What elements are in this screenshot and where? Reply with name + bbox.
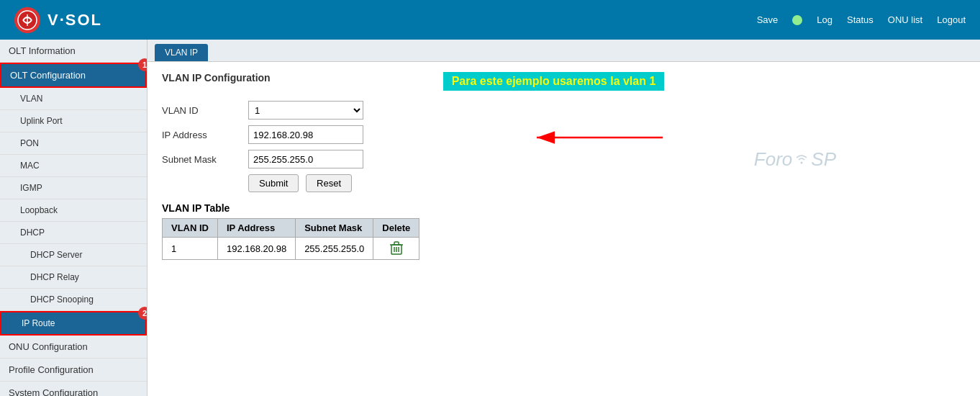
watermark-text-foro: Foro bbox=[754, 148, 792, 171]
sidebar-item-igmp[interactable]: IGMP bbox=[0, 177, 147, 199]
sidebar-item-onu-configuration[interactable]: ONU Configuration bbox=[0, 336, 147, 359]
content-area: VLAN IP VLAN IP Configuration Para este … bbox=[148, 40, 980, 396]
vlan-id-row: VLAN ID 1 bbox=[162, 101, 966, 120]
col-vlan-id: VLAN ID bbox=[163, 219, 218, 238]
table-title: VLAN IP Table bbox=[162, 202, 966, 214]
table-row: 1 192.168.20.98 255.255.255.0 bbox=[163, 238, 419, 260]
ip-address-label: IP Address bbox=[162, 130, 248, 140]
main-layout: OLT Information OLT Configuration 1 VLAN… bbox=[0, 40, 980, 396]
sidebar-item-dhcp-relay[interactable]: DHCP Relay bbox=[0, 266, 147, 289]
cell-vlan-id: 1 bbox=[163, 238, 218, 260]
col-subnet-mask: Subnet Mask bbox=[296, 219, 373, 238]
title-row: VLAN IP Configuration Para este ejemplo … bbox=[162, 72, 966, 92]
log-link[interactable]: Log bbox=[817, 14, 832, 25]
sidebar-item-dhcp[interactable]: DHCP bbox=[0, 222, 147, 244]
delete-icon[interactable] bbox=[382, 241, 410, 256]
annotation-text: Para este ejemplo usaremos la vlan 1 bbox=[443, 72, 665, 91]
sidebar-item-loopback[interactable]: Loopback bbox=[0, 199, 147, 222]
sidebar-item-olt-information[interactable]: OLT Information bbox=[0, 40, 147, 63]
subnet-mask-row: Subnet Mask bbox=[162, 150, 966, 168]
vlan-id-select[interactable]: 1 bbox=[248, 101, 363, 120]
sidebar-item-dhcp-snooping[interactable]: DHCP Snooping bbox=[0, 289, 147, 311]
header: V·SOL Save Log Status ONU list Logout bbox=[0, 0, 980, 40]
sidebar-item-system-configuration[interactable]: System Configuration bbox=[0, 382, 147, 396]
watermark-text-isp: SP bbox=[811, 148, 836, 171]
reset-button[interactable]: Reset bbox=[306, 174, 352, 192]
subnet-mask-input[interactable] bbox=[248, 150, 363, 168]
svg-point-9 bbox=[801, 161, 803, 163]
sidebar-item-pon[interactable]: PON bbox=[0, 132, 147, 155]
col-delete: Delete bbox=[373, 219, 419, 238]
cell-delete[interactable] bbox=[373, 238, 419, 260]
vlan-id-label: VLAN ID bbox=[162, 105, 248, 116]
sidebar-item-ip-route[interactable]: IP Route 2 bbox=[0, 311, 147, 336]
status-link[interactable]: Status bbox=[847, 14, 874, 25]
header-right: Save Log Status ONU list Logout bbox=[757, 14, 966, 25]
section-title: VLAN IP Configuration bbox=[162, 72, 271, 84]
arrow-decoration bbox=[533, 127, 677, 150]
sidebar-item-profile-configuration[interactable]: Profile Configuration bbox=[0, 359, 147, 382]
logo-icon bbox=[14, 7, 40, 33]
vlan-ip-table: VLAN ID IP Address Subnet Mask Delete 1 … bbox=[162, 218, 419, 260]
cell-subnet-mask: 255.255.255.0 bbox=[296, 238, 373, 260]
logout-link[interactable]: Logout bbox=[937, 14, 966, 25]
sidebar-item-olt-configuration[interactable]: OLT Configuration 1 bbox=[0, 63, 147, 88]
ip-address-input[interactable] bbox=[248, 125, 363, 144]
sidebar-item-uplink-port[interactable]: Uplink Port bbox=[0, 110, 147, 132]
table-header-row: VLAN ID IP Address Subnet Mask Delete bbox=[163, 219, 419, 238]
sidebar-item-mac[interactable]: MAC bbox=[0, 155, 147, 177]
sidebar-item-dhcp-server[interactable]: DHCP Server bbox=[0, 244, 147, 266]
onu-list-link[interactable]: ONU list bbox=[888, 14, 922, 25]
save-button[interactable]: Save bbox=[757, 14, 779, 25]
col-ip-address: IP Address bbox=[218, 219, 296, 238]
cell-ip-address: 192.168.20.98 bbox=[218, 238, 296, 260]
submit-button[interactable]: Submit bbox=[248, 174, 299, 192]
sidebar: OLT Information OLT Configuration 1 VLAN… bbox=[0, 40, 148, 396]
status-indicator bbox=[792, 15, 802, 25]
logo-area: V·SOL bbox=[14, 7, 102, 33]
form-buttons: Submit Reset bbox=[248, 174, 966, 192]
tab-vlan-ip[interactable]: VLAN IP bbox=[155, 44, 208, 61]
tab-bar: VLAN IP bbox=[148, 40, 980, 62]
sidebar-item-vlan[interactable]: VLAN bbox=[0, 88, 147, 110]
content-body: VLAN IP Configuration Para este ejemplo … bbox=[148, 62, 980, 270]
subnet-mask-label: Subnet Mask bbox=[162, 154, 248, 165]
badge-1: 1 bbox=[138, 58, 148, 71]
watermark: Foro SP bbox=[754, 148, 836, 171]
badge-2: 2 bbox=[138, 307, 148, 320]
logo-text: V·SOL bbox=[47, 11, 102, 30]
